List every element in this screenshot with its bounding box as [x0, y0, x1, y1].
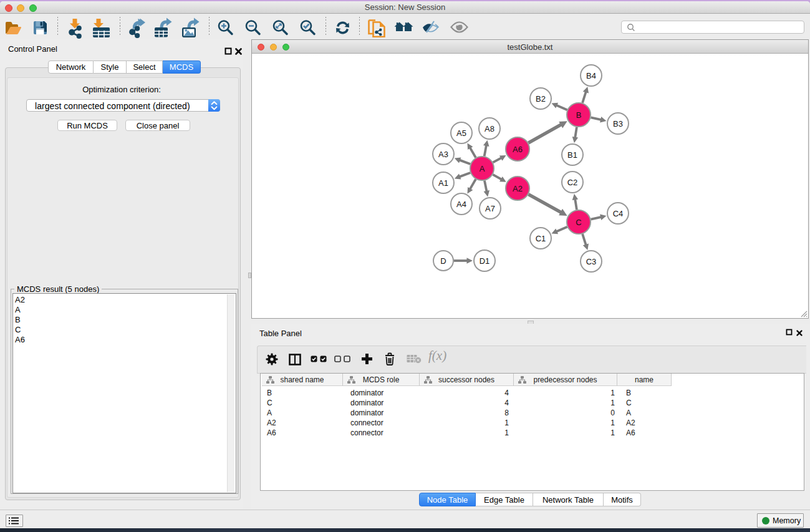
svg-text:C: C: [576, 217, 581, 226]
svg-text:A8: A8: [485, 123, 494, 133]
svg-text:B1: B1: [567, 150, 577, 159]
svg-text:A4: A4: [456, 199, 466, 208]
svg-text:C3: C3: [586, 256, 596, 266]
svg-text:A3: A3: [438, 149, 448, 158]
svg-text:A1: A1: [438, 178, 448, 187]
svg-text:A2: A2: [513, 183, 523, 193]
svg-text:D1: D1: [479, 256, 489, 265]
svg-text:A6: A6: [513, 144, 523, 153]
svg-text:B4: B4: [586, 70, 596, 80]
svg-text:A5: A5: [456, 128, 466, 137]
svg-text:B: B: [576, 110, 581, 119]
svg-text:A: A: [479, 163, 485, 173]
svg-text:B2: B2: [536, 94, 546, 103]
svg-text:D: D: [440, 256, 446, 265]
svg-text:C1: C1: [535, 233, 546, 243]
svg-text:C2: C2: [567, 177, 577, 186]
svg-text:A7: A7: [485, 203, 495, 213]
svg-text:B3: B3: [613, 118, 623, 128]
svg-text:C4: C4: [612, 208, 623, 218]
